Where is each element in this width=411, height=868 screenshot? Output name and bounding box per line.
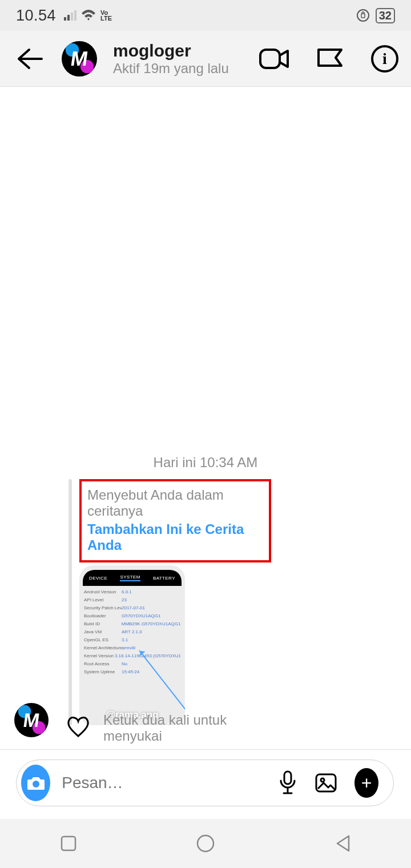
info-button[interactable]: i [371,45,398,73]
story-thumbnail[interactable]: DEVICESYSTEMBATTERY Android Version6.0.1… [79,565,185,725]
svg-point-10 [321,778,324,782]
volte-icon: VoLTE [100,10,112,21]
avatar[interactable]: M [62,41,97,77]
signal-icon [64,10,76,21]
chat-username[interactable]: mogloger [113,41,243,61]
thumb-tab: DEVICE [89,576,107,581]
message-input[interactable] [62,774,266,792]
svg-rect-6 [260,50,280,68]
svg-point-12 [198,835,213,851]
svg-rect-5 [361,14,365,18]
thumb-row: OpenGL ES3.1 [84,636,180,644]
reply-bar [68,479,72,725]
chat-area[interactable]: Hari ini 10:34 AM Menyebut Anda dalam ce… [0,87,411,750]
system-nav-bar [0,819,411,868]
message[interactable]: Menyebut Anda dalam ceritanya Tambahkan … [66,479,271,725]
composer-area: + [0,750,411,819]
thumb-tab: BATTERY [153,576,175,581]
composer[interactable]: + [16,760,394,806]
mention-highlight: Menyebut Anda dalam ceritanya Tambahkan … [79,479,271,562]
svg-rect-9 [316,774,336,791]
thumb-row: Root AccessNo [84,660,180,668]
svg-point-4 [357,10,369,21]
svg-rect-0 [64,17,66,21]
chat-activity-status: Aktif 19m yang lalu [113,61,243,77]
more-button[interactable]: + [354,768,378,798]
nav-back-button[interactable] [330,831,355,856]
thumb-row: Security Patch Level2017-07-01 [84,604,180,612]
chat-header: M mogloger Aktif 19m yang lalu i [0,31,411,87]
status-bar: 10.54 VoLTE 32 [0,0,411,31]
thumb-tab: SYSTEM [120,574,140,581]
status-time: 10.54 [16,7,56,25]
thumb-row: Java VMART 2.1.0 [84,628,180,636]
svg-rect-8 [284,771,291,784]
nav-recents-button[interactable] [56,831,81,856]
svg-rect-1 [67,15,70,21]
camera-button[interactable] [21,765,50,801]
rotation-lock-icon [356,9,370,22]
thumb-row: BootloaderG570YDXU1AQG1 [84,612,180,620]
gallery-button[interactable] [315,770,337,795]
sender-avatar[interactable]: M [14,703,49,737]
svg-rect-11 [62,837,75,850]
nav-home-button[interactable] [193,831,218,856]
thumb-row: Kernel Version3.18.14-11902453 (G570YDXU… [84,652,180,660]
microphone-button[interactable] [277,770,297,795]
thumb-row: System Uptime15:45:24 [84,668,180,676]
back-button[interactable] [13,42,46,75]
like-button[interactable] [66,716,91,741]
thumb-row: API Level23 [84,596,180,604]
svg-point-7 [33,781,39,787]
thumb-row: Build IDMMB29K.G570YDXU1AQG1 [84,620,180,628]
flag-button[interactable] [315,44,345,74]
battery-indicator: 32 [376,8,395,23]
add-to-story-link[interactable]: Tambahkan Ini ke Cerita Anda [87,521,260,553]
battery-percent: 32 [376,8,395,23]
thumb-row: Android Version6.0.1 [84,588,180,596]
svg-rect-2 [71,13,73,21]
wifi-icon [81,10,96,21]
svg-rect-3 [74,10,76,21]
day-separator: Hari ini 10:34 AM [0,455,411,471]
like-hint: Ketuk dua kali untuk menyukai [103,712,271,744]
video-call-button[interactable] [259,44,289,74]
mention-text: Menyebut Anda dalam ceritanya [87,487,260,519]
thumb-row: Kernel Architecturearmv8l [84,644,180,652]
